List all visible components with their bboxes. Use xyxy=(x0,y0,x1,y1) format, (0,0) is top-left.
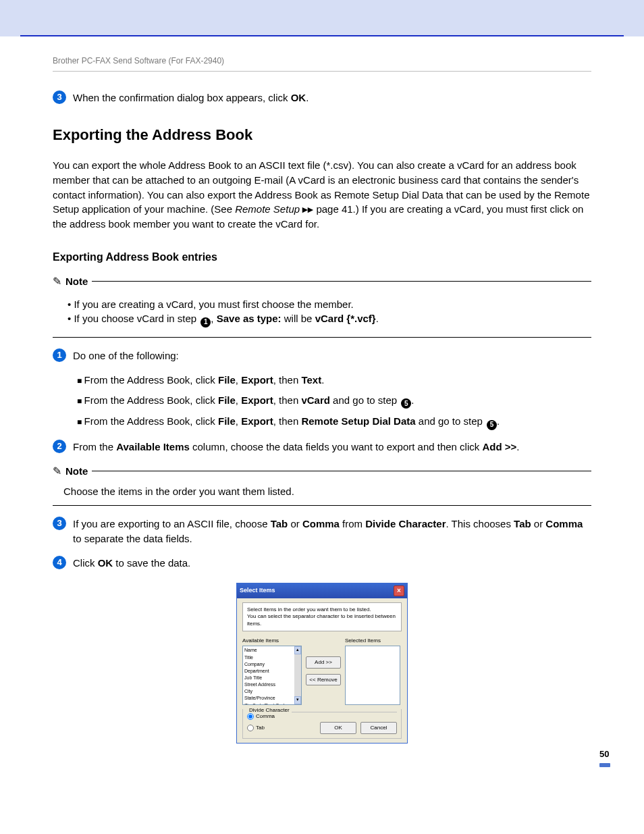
step-4-text: Click OK to save the data. xyxy=(73,556,591,571)
file-bold: File xyxy=(218,415,236,427)
text: . xyxy=(306,92,308,103)
step-ref-1-icon: 1 xyxy=(200,317,211,328)
radio-comma-row[interactable]: Comma xyxy=(247,712,397,721)
list-item[interactable]: Title xyxy=(244,654,293,661)
list-item[interactable]: Zip Code/Post Code xyxy=(244,702,293,706)
list-item[interactable]: Street Address xyxy=(244,681,293,688)
scroll-up-icon[interactable]: ▴ xyxy=(294,646,301,654)
list-item[interactable]: Name xyxy=(244,647,293,654)
heading-exporting: Exporting the Address Book xyxy=(53,124,591,146)
list-item[interactable]: Company xyxy=(244,661,293,668)
radio-tab[interactable] xyxy=(247,725,254,731)
text: . xyxy=(376,313,379,324)
note-header-1: ✎ Note xyxy=(53,274,591,289)
text: and go to step xyxy=(416,415,485,427)
vcard-ext-bold: vCard {*.vcf} xyxy=(315,313,376,324)
text: Click xyxy=(73,557,98,569)
list-item[interactable]: Department xyxy=(244,668,293,675)
step-2: 2 From the Available Items column, choos… xyxy=(53,440,591,454)
dialog-wrap: Select Items × Select items in the order… xyxy=(53,583,591,744)
dialog-title: Select Items xyxy=(240,586,275,595)
page-number: 50 xyxy=(599,748,610,767)
note-rule xyxy=(92,281,591,282)
list-item[interactable]: Job Title xyxy=(244,675,293,681)
page-body: Brother PC-FAX Send Software (For FAX-29… xyxy=(0,36,644,779)
divide-character-group: Divide Character Comma Tab OK Cancel xyxy=(242,709,402,738)
available-items-bold: Available Items xyxy=(116,441,190,452)
option-text: From the Address Book, click File, Expor… xyxy=(77,373,591,388)
text: to separate the data fields. xyxy=(73,533,192,544)
scrollbar[interactable]: ▴ ▾ xyxy=(294,646,301,704)
text: Select items in the order you want them … xyxy=(247,606,397,613)
available-items-label: Available Items xyxy=(242,637,302,645)
text: or xyxy=(288,518,302,529)
remove-button[interactable]: << Remove xyxy=(306,674,341,686)
text: column, choose the data fields you want … xyxy=(190,441,483,452)
export-bold: Export xyxy=(241,415,273,427)
step-ref-5-icon: 5 xyxy=(487,420,497,430)
step-3-prev: 3 When the confirmation dialog box appea… xyxy=(53,90,591,105)
step-ref-5-icon: 5 xyxy=(401,398,411,409)
note-bullet: If you are creating a vCard, you must fi… xyxy=(68,297,591,312)
ok-bold: OK xyxy=(98,557,113,569)
note-label: Note xyxy=(65,464,88,479)
cancel-button[interactable]: Cancel xyxy=(360,722,397,734)
close-icon[interactable]: × xyxy=(394,585,404,596)
text: , then xyxy=(273,415,302,427)
intro-paragraph: You can export the whole Address Book to… xyxy=(53,158,591,232)
header-rule xyxy=(53,71,591,72)
step-1-options: From the Address Book, click File, Expor… xyxy=(53,373,591,430)
text: and go to step xyxy=(330,394,400,406)
select-items-dialog: Select Items × Select items in the order… xyxy=(236,583,408,744)
save-as-type-bold: Save as type: xyxy=(217,313,281,324)
step-marker-4: 4 xyxy=(53,556,66,569)
list-item[interactable]: State/Province xyxy=(244,695,293,702)
step-marker-2: 2 xyxy=(53,440,66,453)
text: , then xyxy=(273,374,302,386)
note-text: Choose the items in the order you want t… xyxy=(55,484,591,499)
dialog-titlebar: Select Items × xyxy=(237,583,407,598)
scroll-down-icon[interactable]: ▾ xyxy=(294,696,301,704)
text: From the Address Book, click xyxy=(84,415,218,427)
available-items-listbox[interactable]: Name Title Company Department Job Title … xyxy=(242,646,302,705)
radio-tab-label: Tab xyxy=(256,725,265,731)
text: . xyxy=(516,441,519,452)
remote-setup-ref: Remote Setup xyxy=(235,203,300,215)
note-bullet: If you choose vCard in step 1, Save as t… xyxy=(68,311,591,328)
step-1: 1 Do one of the following: xyxy=(53,348,591,363)
text: From the Address Book, click xyxy=(84,394,218,406)
comma-bold: Comma xyxy=(302,518,340,529)
dialog-message: Select items in the order you want them … xyxy=(242,602,402,631)
text: From the Address Book, click xyxy=(84,374,218,386)
text: or xyxy=(531,518,546,529)
text: From the xyxy=(73,441,116,452)
selected-items-label: Selected Items xyxy=(345,637,402,645)
note-header-2: ✎ Note xyxy=(53,464,591,479)
radio-comma[interactable] xyxy=(247,713,254,720)
running-header: Brother PC-FAX Send Software (For FAX-29… xyxy=(53,55,591,67)
step-marker-1: 1 xyxy=(53,348,66,362)
add-button[interactable]: Add >> xyxy=(306,656,341,669)
file-bold: File xyxy=(218,374,236,386)
note-body-2: Choose the items in the order you want t… xyxy=(53,483,591,506)
add-bold: Add >> xyxy=(482,441,516,452)
list-item[interactable]: City xyxy=(244,688,293,695)
file-bold: File xyxy=(218,394,236,406)
text: If you choose vCard in step xyxy=(74,313,199,324)
selected-items-listbox[interactable] xyxy=(345,646,400,705)
text: You can select the separator character t… xyxy=(247,613,397,627)
text: If you are exporting to an ASCII file, c… xyxy=(73,518,271,529)
radio-tab-row[interactable]: Tab xyxy=(247,724,265,732)
text: If you are creating a vCard, you must fi… xyxy=(74,298,353,310)
step-marker-3: 3 xyxy=(53,90,66,104)
text: will be xyxy=(281,313,315,324)
text-bold: Text xyxy=(301,374,321,386)
note-pencil-icon: ✎ xyxy=(53,466,61,477)
ok-button[interactable]: OK xyxy=(320,722,356,734)
arrow-icon: ▸▸ xyxy=(302,203,313,215)
step-1-text: Do one of the following: xyxy=(73,348,591,363)
step-3-text: If you are exporting to an ASCII file, c… xyxy=(73,517,591,546)
text: , then xyxy=(273,394,302,406)
step-3: 3 If you are exporting to an ASCII file,… xyxy=(53,517,591,546)
text: , xyxy=(211,313,216,324)
